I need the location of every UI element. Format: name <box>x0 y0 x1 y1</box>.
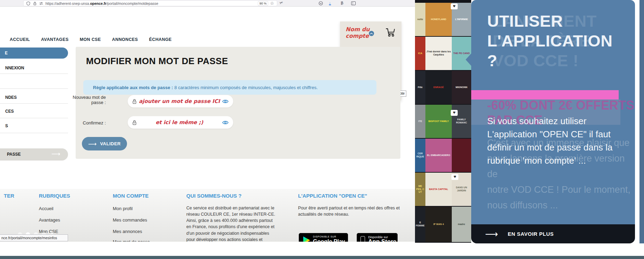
arrow-right-icon: ⟶ <box>88 140 96 147</box>
footer-app-text: Pour être averti partout et en temps rée… <box>298 205 406 217</box>
footer-link-accueil[interactable]: Accueil <box>39 206 53 211</box>
nav-annonces[interactable]: ANNONCES <box>112 37 138 42</box>
badge-bottom-text: Google Play <box>313 239 345 242</box>
footer-link-mesannonces[interactable]: Mes annonces <box>113 229 142 234</box>
poster-tile[interactable]: CER RIQUE <box>415 139 425 172</box>
divider <box>0 118 68 118</box>
poster-tile[interactable]: BASTA CAPITAL <box>425 173 452 206</box>
arrow-right-icon: ⟶ <box>485 229 498 239</box>
nav-echange[interactable]: ÉCHANGE <box>149 37 172 42</box>
sidebar-item-annonces[interactable]: CES <box>5 109 14 114</box>
footer-link-mescommandes[interactable]: Mes commandes <box>113 217 147 223</box>
sidebar-item-motdepasse[interactable]: PASSE ⟶ <box>0 148 68 161</box>
rule-text: 8 caractères minimum composés de minuscu… <box>174 85 317 90</box>
chevron-up-icon[interactable] <box>369 31 374 36</box>
divider <box>0 103 68 104</box>
poster-tile[interactable]: MIGNONN <box>452 71 471 104</box>
new-password-hint: ajouter un mot de passe ICI <box>137 98 222 104</box>
poster-tile[interactable]: Fille <box>415 71 425 104</box>
footer-link-monprofil[interactable]: Mon profil <box>113 206 133 211</box>
browser-toolbar: https://adherent-snep-unsa.opence.fr/por… <box>0 0 415 7</box>
confirm-password-label: Confirmez : <box>71 120 106 126</box>
zoom-level-chip[interactable]: 90 % <box>258 1 268 6</box>
badge-bottom-text: App Store <box>368 238 396 242</box>
divider <box>0 74 68 74</box>
eye-icon[interactable] <box>222 99 229 104</box>
url-bar[interactable]: https://adherent-snep-unsa.opence.fr/por… <box>24 1 277 6</box>
url-text[interactable]: https://adherent-snep-unsa.opence.fr/por… <box>45 1 158 6</box>
poster-tile[interactable]: IP MAN 4 <box>425 207 452 242</box>
arrow-right-icon: ⟶ <box>51 150 60 157</box>
poster-tile[interactable]: ENRAGÉ <box>425 71 452 104</box>
promo-paragraph: Si vous souhaitez utiliser L'application… <box>487 114 612 167</box>
promo-heading: UTILISER L'APPLICATION ? <box>487 11 612 70</box>
poster-tile[interactable]: ITE <box>415 105 425 138</box>
valider-button[interactable]: ⟶ VALIDER <box>82 137 127 150</box>
permissions-icon[interactable] <box>39 2 43 5</box>
eye-icon[interactable] <box>222 120 229 125</box>
pocket-icon[interactable] <box>319 1 323 6</box>
nav-mon-cse[interactable]: MON CSE <box>80 37 101 42</box>
poster-wall: netteHONEYLANDL'INFIRMIEICAJ'irai dormir… <box>415 0 471 243</box>
favorite-heart-badge[interactable]: ♥ <box>451 3 458 9</box>
poster-tile[interactable]: nette <box>415 3 425 36</box>
poster-tile[interactable]: BIGFOOT FAMILY <box>425 105 452 138</box>
phone-icon <box>361 236 365 242</box>
promo-panel: LANCEMENT DE LA 1ÈRE VOD CCE ! UTILISER … <box>471 0 635 224</box>
next-slide-strip <box>639 0 644 243</box>
sidebar-item-commandes[interactable]: NDES <box>5 95 17 100</box>
promo-pointer-notch <box>466 53 472 67</box>
scissors-icon[interactable]: ✂ <box>279 0 284 6</box>
app-store-badge[interactable]: Disponible sur App Store <box>357 233 398 242</box>
footer-link-avantages[interactable]: Avantages <box>39 217 60 223</box>
footer-app-heading: L'APPLICATION "OPEN CE" <box>298 193 367 199</box>
nav-accueil[interactable]: ACCUEIL <box>10 37 30 42</box>
footer-moncompte-heading: MON COMPTE <box>113 193 149 199</box>
main-nav: ACCUEIL AVANTAGES MON CSE ANNONCES ÉCHAN… <box>10 37 172 42</box>
google-play-badge[interactable]: DISPONIBLE SUR Google Play <box>299 233 348 242</box>
badge-top-text: DISPONIBLE SUR <box>313 235 336 238</box>
favorite-heart-badge[interactable]: ♥ <box>451 174 458 180</box>
bottom-teal-bar <box>0 256 644 259</box>
cart-icon[interactable] <box>385 27 396 37</box>
divider <box>0 133 68 133</box>
footer-link-monmotdepasse[interactable]: Mon mot de passe <box>113 239 150 242</box>
sidebar-active-item[interactable]: E <box>0 48 68 59</box>
library-icon[interactable]: |||\ <box>341 1 343 5</box>
poster-tile[interactable]: EL EMBARCADERO <box>425 139 452 172</box>
sidebar-toggle-icon[interactable] <box>351 1 356 5</box>
account-name[interactable]: Nom ducompte <box>346 26 370 39</box>
shield-icon[interactable] <box>26 1 30 6</box>
poster-tile[interactable]: J'irai dormir dans les CarpAtes <box>425 37 452 70</box>
lock-icon <box>132 98 137 104</box>
poster-tile[interactable]: E FEMME <box>415 207 425 242</box>
sidebar-item-s[interactable]: S <box>5 123 8 128</box>
lock-icon <box>132 120 137 126</box>
star-icon[interactable]: ☆ <box>270 1 274 6</box>
cta-label: EN SAVOIR PLUS <box>508 231 554 237</box>
lock-icon[interactable] <box>33 1 37 6</box>
valider-label: VALIDER <box>100 141 121 146</box>
page-viewport: ACCUEIL AVANTAGES MON CSE ANNONCES ÉCHAN… <box>0 7 415 242</box>
sidebar-item-connexion[interactable]: NNEXION <box>5 66 24 70</box>
poster-tile[interactable]: ICA <box>415 37 425 70</box>
footer-qui-heading: QUI SOMMES-NOUS ? <box>186 193 242 199</box>
poster-tile[interactable] <box>452 139 471 172</box>
google-play-icon <box>303 236 310 242</box>
download-icon[interactable]: ↓ <box>329 1 331 5</box>
favorite-heart-badge[interactable]: ♥ <box>451 110 458 116</box>
confirm-password-field[interactable]: et ici le même ;) <box>128 116 233 129</box>
page-title: MODIFIER MON MOT DE PASSE <box>86 56 228 67</box>
sidebar-item-label: PASSE <box>7 152 21 157</box>
status-link-preview: nce.fr/portail/moncompte/mesinfos <box>0 234 68 241</box>
screen: https://adherent-snep-unsa.opence.fr/por… <box>0 0 644 259</box>
footer-contact-heading: TER <box>0 193 14 199</box>
poster-tile[interactable]: HONEYLAND <box>425 3 452 36</box>
new-password-label: Nouveau mot depasse : <box>71 95 106 105</box>
rule-label: Règle applicable aux mots de passe : <box>93 85 173 90</box>
poster-tile[interactable]: ME PES, C UT <box>415 173 425 206</box>
en-savoir-plus-button[interactable]: ⟶ EN SAVOIR PLUS <box>471 224 635 243</box>
new-password-field[interactable]: ajouter un mot de passe ICI <box>128 95 233 107</box>
nav-avantages[interactable]: AVANTAGES <box>41 37 68 42</box>
poster-tile[interactable]: madre <box>452 207 471 242</box>
